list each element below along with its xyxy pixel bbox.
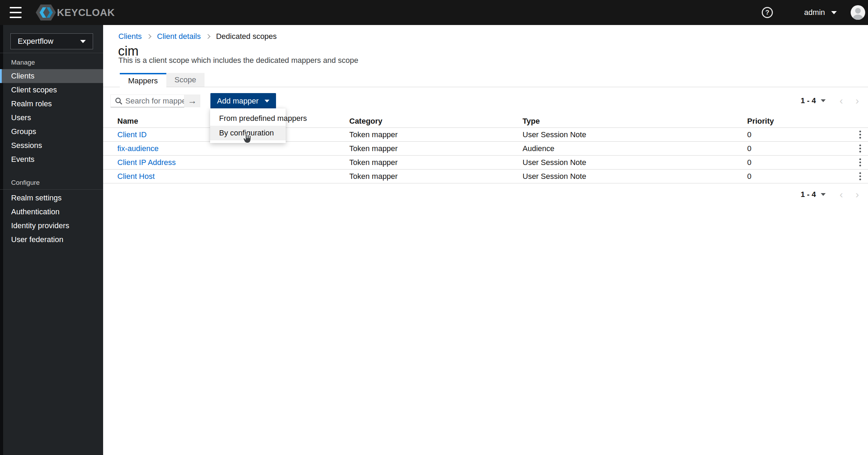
keycloak-logo[interactable]: KEYCLOAK: [35, 3, 122, 22]
mapper-link[interactable]: Client Host: [117, 172, 349, 181]
sidebar-item-user-federation[interactable]: User federation: [0, 233, 103, 247]
username-label: admin: [804, 8, 825, 17]
sidebar-nav: Expertflow Manage Clients Client scopes …: [0, 25, 103, 455]
sidebar-item-groups[interactable]: Groups: [0, 125, 103, 139]
pagination-next-button[interactable]: ›: [849, 94, 865, 108]
header-right-tools: ? admin: [762, 5, 868, 20]
menu-item-label: From predefined mappers: [219, 114, 307, 123]
chevron-left-icon: ‹: [840, 95, 843, 106]
menu-item-by-configuration[interactable]: By configuration: [210, 126, 286, 140]
tab-label: Mappers: [128, 76, 158, 85]
help-icon[interactable]: ?: [762, 7, 773, 18]
chevron-right-icon: ›: [856, 189, 859, 200]
tab-label: Scope: [175, 75, 196, 84]
sidebar-item-clients[interactable]: Clients: [0, 69, 103, 83]
table-row: Client Host Token mapper User Session No…: [103, 169, 868, 183]
nav-item-label: Identity providers: [11, 221, 69, 230]
mapper-type: User Session Note: [523, 158, 747, 167]
mapper-category: Token mapper: [349, 158, 523, 167]
nav-group-label: Configure: [11, 179, 103, 187]
keycloak-logo-icon: KEYCLOAK: [35, 3, 122, 22]
mapper-type: User Session Note: [523, 130, 747, 139]
pagination-top: 1 - 4 ‹ ›: [801, 94, 865, 108]
col-header-type: Type: [523, 117, 747, 126]
kebab-menu-icon[interactable]: [857, 156, 863, 168]
sidebar-item-client-scopes[interactable]: Client scopes: [0, 83, 103, 97]
page-description: This is a client scope which includes th…: [118, 56, 358, 65]
mapper-priority: 0: [747, 144, 833, 153]
sidebar-item-realm-roles[interactable]: Realm roles: [0, 97, 103, 111]
sidebar-item-authentication[interactable]: Authentication: [0, 205, 103, 219]
search-input[interactable]: [125, 97, 184, 106]
sidebar-item-identity-providers[interactable]: Identity providers: [0, 219, 103, 233]
sidebar-item-sessions[interactable]: Sessions: [0, 139, 103, 152]
pagination-next-button[interactable]: ›: [849, 188, 865, 201]
mapper-type: User Session Note: [523, 172, 747, 181]
arrow-right-icon: →: [188, 96, 197, 106]
nav-item-label: Client scopes: [11, 85, 57, 94]
nav-item-label: User federation: [11, 235, 63, 244]
chevron-down-icon: [265, 100, 269, 102]
pagination-range: 1 - 4: [801, 190, 816, 199]
chevron-left-icon: ‹: [840, 189, 843, 200]
menu-item-from-predefined-mappers[interactable]: From predefined mappers: [210, 111, 286, 126]
realm-selector-value: Expertflow: [18, 37, 53, 46]
breadcrumb-clients-link[interactable]: Clients: [118, 32, 142, 41]
mapper-priority: 0: [747, 172, 833, 181]
breadcrumb-client-details-link[interactable]: Client details: [157, 32, 201, 41]
mapper-category: Token mapper: [349, 130, 523, 139]
nav-item-label: Realm roles: [11, 99, 52, 108]
pagination-range-toggle[interactable]: 1 - 4: [801, 190, 826, 199]
chevron-down-icon: [821, 99, 826, 102]
nav-item-label: Authentication: [11, 207, 59, 216]
kebab-menu-icon[interactable]: [857, 129, 863, 141]
pagination-range: 1 - 4: [801, 96, 816, 105]
keycloak-admin-console: KEYCLOAK ? admin Expertflow Ma: [0, 0, 868, 455]
breadcrumb-current: Dedicated scopes: [216, 32, 277, 41]
tab-mappers[interactable]: Mappers: [120, 73, 166, 87]
nav-item-label: Realm settings: [11, 193, 62, 202]
chevron-right-icon: [147, 34, 151, 39]
avatar-head-icon: [855, 8, 861, 14]
help-glyph: ?: [765, 9, 769, 16]
realm-selector[interactable]: Expertflow: [10, 33, 93, 49]
avatar-body-icon: [853, 15, 863, 20]
sidebar-divider: [0, 189, 103, 190]
add-mapper-button[interactable]: Add mapper: [210, 93, 276, 109]
chevron-right-icon: [206, 34, 210, 39]
pagination-range-toggle[interactable]: 1 - 4: [801, 96, 826, 105]
col-header-priority: Priority: [747, 117, 833, 126]
sidebar-item-events[interactable]: Events: [0, 152, 103, 166]
sidebar-item-users[interactable]: Users: [0, 111, 103, 125]
mapper-link[interactable]: fix-audience: [117, 144, 349, 153]
search-box: [110, 94, 184, 107]
nav-item-label: Events: [11, 155, 34, 164]
nav-item-label: Users: [11, 113, 31, 122]
pagination-prev-button[interactable]: ‹: [833, 94, 849, 108]
table-row: Client IP Address Token mapper User Sess…: [103, 156, 868, 169]
chevron-right-icon: ›: [856, 95, 859, 106]
mapper-priority: 0: [747, 158, 833, 167]
nav-group-manage: Manage Clients Client scopes Realm roles…: [0, 59, 103, 166]
nav-group-configure: Configure Realm settings Authentication …: [0, 179, 103, 247]
tab-bar: Mappers Scope: [103, 73, 868, 87]
add-mapper-label: Add mapper: [217, 97, 259, 106]
kebab-menu-icon[interactable]: [857, 170, 863, 182]
kebab-menu-icon[interactable]: [857, 142, 863, 155]
tab-scope[interactable]: Scope: [166, 73, 205, 87]
avatar[interactable]: [851, 5, 865, 20]
search-submit-button[interactable]: →: [184, 94, 200, 107]
table-row: fix-audience Token mapper Audience 0: [103, 142, 868, 156]
sidebar-item-realm-settings[interactable]: Realm settings: [0, 191, 103, 205]
user-menu[interactable]: admin: [804, 8, 837, 17]
breadcrumb: Clients Client details Dedicated scopes: [118, 32, 277, 41]
mapper-category: Token mapper: [349, 144, 523, 153]
pagination-prev-button[interactable]: ‹: [833, 188, 849, 201]
nav-item-label: Clients: [11, 72, 34, 81]
mapper-category: Token mapper: [349, 172, 523, 181]
mapper-link[interactable]: Client IP Address: [117, 158, 349, 167]
mapper-priority: 0: [747, 130, 833, 139]
nav-group-label: Manage: [11, 59, 103, 66]
nav-item-label: Sessions: [11, 141, 42, 150]
hamburger-menu-icon[interactable]: [10, 7, 24, 18]
